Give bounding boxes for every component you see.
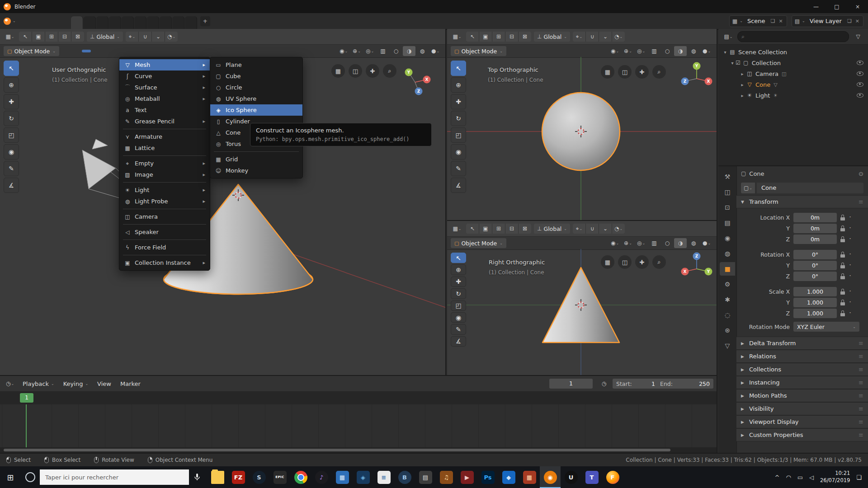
header-icon-selectability-filter[interactable]: ◉⌄ [609,238,621,248]
transport-button-jump-to-start[interactable] [397,378,412,389]
select-mode-button-mode-intersect[interactable]: ⊠ [519,224,531,234]
taskbar-app-media-app[interactable]: ▶ [457,466,477,488]
current-frame-badge[interactable]: 1 [20,393,33,403]
lock-icon[interactable] [840,236,845,242]
snap-button-transform-pivot[interactable]: ⌖⌄ [126,32,138,42]
add-menu-item[interactable]: ◁ Speaker ▸ [119,226,210,238]
nav-icon-perspective-toggle[interactable]: ▦ [331,64,345,78]
tool-button-measure[interactable]: ∡ [451,336,466,347]
taskbar-app-notepad[interactable]: ≡ [373,466,394,488]
collapsed-panel-header[interactable]: ▶ Collections ≡ [736,363,868,376]
transport-button-jump-to-end[interactable] [474,378,489,389]
timeline-menu[interactable]: Keying⌄ [59,379,93,389]
header-icon-shading-wireframe[interactable]: ○⌄ [390,46,402,56]
hide-eye-icon[interactable] [857,60,863,66]
taskbar-app-music-app[interactable]: ♪ [311,466,332,488]
animate-dot-icon[interactable]: · [849,263,851,267]
snap-button-snap-magnet[interactable]: ∪⌄ [586,224,599,234]
blender-menu-button[interactable]: ⌄ [0,18,19,25]
workspace-tab[interactable] [71,16,83,29]
filter-button[interactable]: ▽ [852,32,864,42]
disclosure-icon[interactable]: ▾ [722,50,728,55]
number-field[interactable]: 0m [793,224,837,233]
add-workspace-button[interactable]: + [200,16,210,26]
mesh-menu-item[interactable]: ▢ Cube [210,70,302,82]
header-icon-overlays-toggle[interactable]: ◎⌄ [635,46,647,56]
close-button[interactable]: × [847,0,868,13]
timeline-menu[interactable]: View⌄ [93,379,116,389]
snap-button-proportional-editing[interactable]: ◔⌄ [612,224,625,234]
main-menu[interactable] [28,19,38,23]
collapsed-panel-header[interactable]: ▶ Delta Transform ≡ [736,337,868,350]
lock-icon[interactable] [840,273,845,279]
transport-button-next-keyframe[interactable] [459,378,473,389]
timeline-menu[interactable]: Marker⌄ [116,379,145,389]
number-field[interactable]: 0m [793,235,837,244]
select-mode-button-mode-subtract[interactable]: ⊟ [505,224,518,234]
properties-tab-output[interactable]: ⊡ [720,201,735,214]
tray-battery-icon[interactable]: ▭ [797,474,803,481]
orientation-dropdown[interactable]: ⊥Global⌄ [534,32,570,42]
collapsed-panel-header[interactable]: ▶ Visibility ≡ [736,402,868,415]
workspace-tab[interactable] [122,16,134,29]
select-mode-button-mode-set[interactable]: ▣ [479,32,492,42]
viewport-menu[interactable] [538,242,547,244]
add-menu-item[interactable]: ⋎ Armature ▸ [119,131,210,142]
orientation-dropdown[interactable]: ⊥Global⌄ [87,32,123,42]
taskbar-app-teams[interactable]: T [581,466,602,488]
header-icon-shading-material[interactable]: ◍⌄ [416,46,429,56]
select-mode-button-mode-subtract[interactable]: ⊟ [58,32,71,42]
start-button[interactable]: ⊞ [0,466,21,488]
minimize-button[interactable]: — [806,0,826,13]
outliner-row[interactable]: ▾ ☑ ▤ Scene Collection [718,47,868,57]
add-menu-item[interactable]: ▦ Lattice ▸ [119,142,210,154]
taskbar-app-calculator[interactable]: ▦ [332,466,353,488]
viewport-menu[interactable] [538,50,547,52]
main-menu[interactable] [19,19,28,23]
outliner-row[interactable]: ▾ ☑ ▢ Collection [718,57,868,68]
tool-button-rotate[interactable]: ↻ [451,288,466,299]
viewport-menu[interactable] [529,242,538,244]
select-mode-button-tool-tweak[interactable]: ↖ [466,224,479,234]
header-icon-shading-rendered[interactable]: ●⌄ [700,46,713,56]
workspace-tab[interactable] [160,16,172,29]
properties-tab-tool[interactable]: ⚒ [720,170,735,183]
editor-type-button[interactable]: ▦⌄ [451,32,463,42]
editor-type-button[interactable]: ▦⌄ [4,32,16,42]
tool-button-select-box[interactable]: ↖ [451,253,466,263]
tool-button-annotate[interactable]: ✎ [4,161,19,176]
tool-button-annotate[interactable]: ✎ [451,324,466,334]
add-menu-item[interactable]: a Text ▸ [119,104,210,116]
header-icon-xray-toggle[interactable]: ▥⌄ [648,46,660,56]
properties-tab-constraints[interactable]: ⊛ [720,324,735,337]
tool-button-move[interactable]: ✚ [4,94,19,109]
workspace-tab[interactable] [134,16,146,29]
workspace-tab[interactable] [147,16,159,29]
select-mode-button-mode-set[interactable]: ▣ [32,32,45,42]
header-icon-selectability-filter[interactable]: ◉⌄ [337,46,350,56]
snap-button-snap-magnet[interactable]: ∪⌄ [586,32,599,42]
nav-icon-camera-view[interactable]: ◫ [618,65,632,79]
tool-button-transform[interactable]: ◉ [451,144,466,160]
transport-button-record[interactable] [382,378,396,389]
tool-button-cursor[interactable]: ⊕ [451,264,466,275]
start-frame-field[interactable]: Start: 1 [613,379,659,389]
panel-grip-icon[interactable]: ≡ [859,418,863,425]
select-mode-button-mode-extend[interactable]: ⊞ [492,224,505,234]
taskbar-app-audio-app[interactable]: ♫ [436,466,457,488]
taskbar-app-docs-app[interactable]: ▤ [415,466,436,488]
new-scene-icon[interactable]: ❏ [770,18,776,24]
new-view-layer-icon[interactable]: ❏ [846,18,853,24]
mode-dropdown[interactable]: ▢Object Mode⌄ [451,238,506,248]
tool-button-measure[interactable]: ∡ [4,178,19,193]
nav-icon-zoom-view[interactable]: ⌕ [652,255,666,269]
editor-type-button[interactable]: ▤⌄ [722,32,735,42]
mesh-menu-item[interactable]: ▭ Plane [210,59,302,70]
taskbar-app-file-explorer[interactable] [207,466,228,488]
preview-range-button[interactable]: ◷ [598,379,610,389]
notifications-icon[interactable]: ❏ [856,474,862,481]
select-mode-button-tool-tweak[interactable]: ↖ [19,32,32,42]
tray-volume-icon[interactable]: ◁ [809,474,814,481]
transport-button-previous-keyframe[interactable] [413,378,427,389]
select-mode-button-mode-intersect[interactable]: ⊠ [71,32,84,42]
